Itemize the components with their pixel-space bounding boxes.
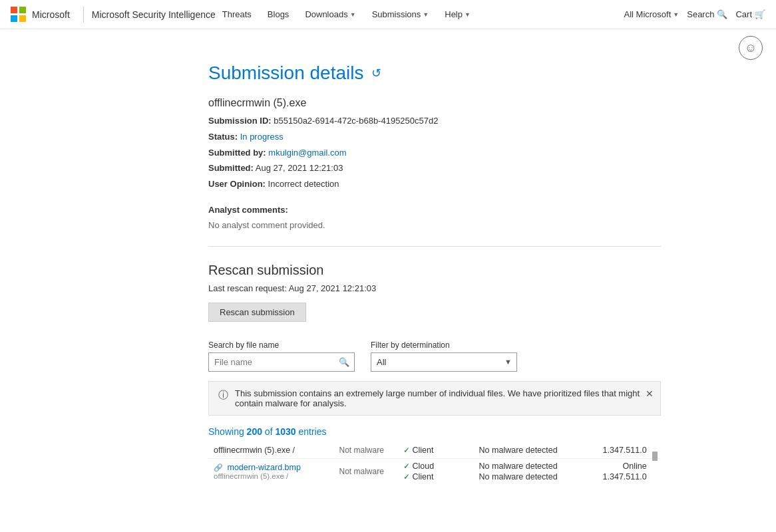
filename-link[interactable]: modern-wizard.bmp (227, 463, 300, 472)
detection-client: No malware detected (479, 472, 580, 481)
cloud-label: Cloud (413, 462, 435, 471)
banner-close-button[interactable]: ✕ (646, 388, 654, 399)
logo-area[interactable]: Microsoft (11, 7, 70, 23)
file-table: offlinecrmwin (5).exe / Not malware ✓ Cl… (208, 442, 661, 485)
file-cell: offlinecrmwin (5).exe / (208, 442, 334, 459)
client-check-icon: ✓ (403, 472, 410, 481)
detection-cloud: No malware detected (479, 462, 580, 471)
filter-label: Filter by determination (371, 340, 517, 350)
cart-button[interactable]: Cart 🛒 (735, 9, 765, 19)
nav-links: Threats Blogs Downloads ▼ Submissions ▼ … (216, 7, 624, 22)
determination-cell: Not malware (334, 458, 398, 485)
entries-showing: 200 (247, 426, 262, 437)
filter-select[interactable]: All Malware Not malware Unknown (371, 352, 517, 372)
filename-link-wrap: 🔗 modern-wizard.bmp (214, 463, 329, 472)
main-content: Submission details ↺ offlinecrmwin (5).e… (89, 29, 687, 511)
nav-brand: Microsoft Security Intelligence (92, 9, 216, 20)
search-icon: 🔍 (717, 9, 727, 19)
all-microsoft-button[interactable]: All Microsoft ▼ (624, 9, 679, 19)
info-row-status: Status: In progress (208, 130, 661, 144)
table-row: offlinecrmwin (5).exe / Not malware ✓ Cl… (208, 442, 661, 459)
search-button[interactable]: Search 🔍 (687, 9, 727, 19)
nav-link-help[interactable]: Help ▼ (438, 7, 477, 22)
nav-right: All Microsoft ▼ Search 🔍 Cart 🛒 (624, 9, 765, 19)
help-chevron-icon: ▼ (465, 11, 471, 18)
search-input[interactable] (208, 352, 355, 372)
entries-count: Showing 200 of 1030 entries (208, 426, 661, 437)
scroll-spacer (652, 458, 661, 485)
engine-cell: ✓ Cloud ✓ Client (398, 458, 474, 485)
microsoft-logo (11, 7, 27, 23)
file-path: offlinecrmwin (5).exe / (214, 472, 329, 480)
check-icon: ✓ (403, 446, 410, 455)
submissions-chevron-icon: ▼ (423, 11, 429, 18)
rescan-submission-button[interactable]: Rescan submission (208, 303, 306, 322)
analyst-section: Analyst comments: No analyst comment pro… (208, 205, 661, 230)
determination-cell: Not malware (334, 442, 398, 459)
nav-link-submissions[interactable]: Submissions ▼ (365, 7, 436, 22)
section-divider (208, 246, 661, 247)
nav-link-blogs[interactable]: Blogs (261, 7, 296, 22)
submission-filename: offlinecrmwin (5).exe (208, 97, 661, 109)
banner-text: This submission contains an extremely la… (235, 388, 651, 408)
nav-divider (83, 7, 84, 23)
info-row-user-opinion: User Opinion: Incorrect detection (208, 178, 661, 192)
detection-cell: No malware detected (474, 442, 586, 459)
analyst-comment: No analyst comment provided. (208, 220, 661, 230)
navbar: Microsoft Microsoft Security Intelligenc… (0, 0, 776, 29)
filter-select-wrap: All Malware Not malware Unknown ▼ (371, 352, 517, 372)
client-label: Client (413, 472, 434, 481)
filter-group: Filter by determination All Malware Not … (371, 340, 517, 372)
search-label: Search by file name (208, 340, 355, 350)
feedback-button[interactable]: ☺ (739, 36, 763, 60)
determination-value: Not malware (339, 467, 384, 476)
version-cell: 1.347.511.0 (586, 442, 652, 459)
info-banner: ⓘ This submission contains an extremely … (208, 381, 661, 416)
version-text: 1.347.511.0 (603, 446, 647, 455)
info-row-id: Submission ID: b55150a2-6914-472c-b68b-4… (208, 114, 661, 128)
search-input-wrap: 🔍 (208, 352, 355, 372)
version-number: 1.347.511.0 (591, 472, 647, 481)
table-row: 🔗 modern-wizard.bmp offlinecrmwin (5).ex… (208, 458, 661, 485)
downloads-chevron-icon: ▼ (350, 11, 356, 18)
analyst-label: Analyst comments: (208, 205, 661, 215)
detection-text: No malware detected (479, 446, 558, 455)
info-row-submitted: Submitted: Aug 27, 2021 12:21:03 (208, 162, 661, 176)
cloud-check-icon: ✓ (403, 462, 410, 471)
nav-link-downloads[interactable]: Downloads ▼ (298, 7, 362, 22)
page-title-area: Submission details ↺ (208, 63, 661, 84)
engine-cell: ✓ Client (398, 442, 474, 459)
info-icon: ⓘ (218, 389, 228, 402)
refresh-icon[interactable]: ↺ (371, 66, 381, 80)
nav-link-threats[interactable]: Threats (216, 7, 258, 22)
determination-value: Not malware (339, 446, 384, 455)
engine-label: Client (413, 446, 434, 455)
file-cell: 🔗 modern-wizard.bmp offlinecrmwin (5).ex… (208, 458, 334, 485)
all-microsoft-chevron-icon: ▼ (673, 11, 679, 18)
search-filter-row: Search by file name 🔍 Filter by determin… (208, 340, 661, 372)
version-cell: Online 1.347.511.0 (586, 458, 652, 485)
info-row-submitted-by: Submitted by: mkulgin@gmail.com (208, 146, 661, 160)
page-title: Submission details (208, 63, 363, 84)
search-group: Search by file name 🔍 (208, 340, 355, 372)
rescan-section: Rescan submission Last rescan request: A… (208, 263, 661, 322)
feedback-icon-wrap: ☺ (739, 36, 763, 60)
rescan-last-request: Last rescan request: Aug 27, 2021 12:21:… (208, 283, 661, 293)
version-online: Online (591, 462, 647, 471)
file-link-icon: 🔗 (214, 464, 223, 471)
rescan-title: Rescan submission (208, 263, 661, 278)
detection-cell: No malware detected No malware detected (474, 458, 586, 485)
cart-icon: 🛒 (755, 9, 765, 19)
filename-label: offlinecrmwin (5).exe / (214, 446, 329, 455)
smiley-icon: ☺ (745, 41, 757, 55)
logo-text: Microsoft (32, 9, 70, 20)
search-icon-inside: 🔍 (339, 357, 349, 367)
table-area: offlinecrmwin (5).exe / Not malware ✓ Cl… (208, 442, 661, 485)
entries-total: 1030 (275, 426, 295, 437)
scroll-indicator (652, 442, 661, 459)
